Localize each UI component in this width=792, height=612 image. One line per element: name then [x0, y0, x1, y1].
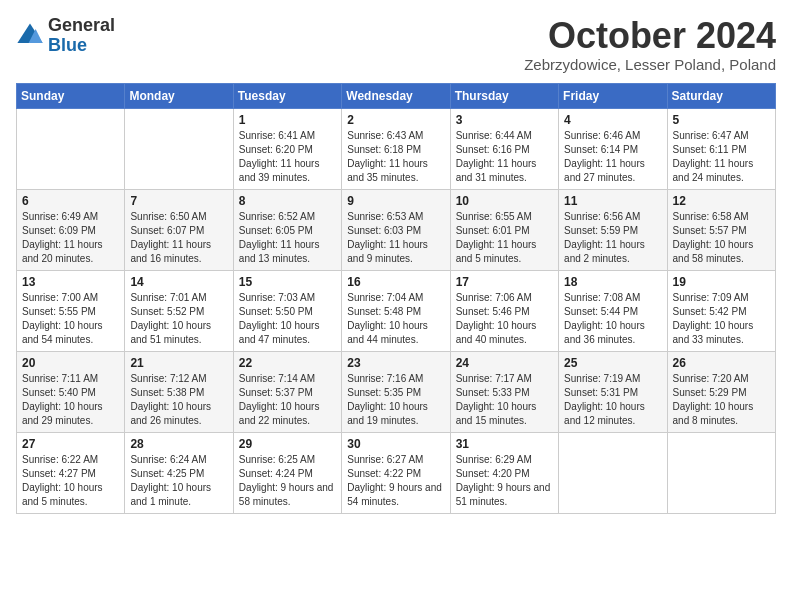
day-number: 7 [130, 194, 227, 208]
day-content: Sunrise: 6:22 AM Sunset: 4:27 PM Dayligh… [22, 453, 119, 509]
location-text: Zebrzydowice, Lesser Poland, Poland [524, 56, 776, 73]
day-content: Sunrise: 6:46 AM Sunset: 6:14 PM Dayligh… [564, 129, 661, 185]
calendar-cell: 15Sunrise: 7:03 AM Sunset: 5:50 PM Dayli… [233, 270, 341, 351]
day-number: 21 [130, 356, 227, 370]
day-content: Sunrise: 6:52 AM Sunset: 6:05 PM Dayligh… [239, 210, 336, 266]
day-content: Sunrise: 7:01 AM Sunset: 5:52 PM Dayligh… [130, 291, 227, 347]
day-number: 12 [673, 194, 770, 208]
weekday-header: Tuesday [233, 83, 341, 108]
day-content: Sunrise: 7:16 AM Sunset: 5:35 PM Dayligh… [347, 372, 444, 428]
day-content: Sunrise: 6:49 AM Sunset: 6:09 PM Dayligh… [22, 210, 119, 266]
calendar-cell: 6Sunrise: 6:49 AM Sunset: 6:09 PM Daylig… [17, 189, 125, 270]
calendar-cell: 1Sunrise: 6:41 AM Sunset: 6:20 PM Daylig… [233, 108, 341, 189]
calendar-cell: 31Sunrise: 6:29 AM Sunset: 4:20 PM Dayli… [450, 432, 558, 513]
calendar-cell: 25Sunrise: 7:19 AM Sunset: 5:31 PM Dayli… [559, 351, 667, 432]
day-content: Sunrise: 6:29 AM Sunset: 4:20 PM Dayligh… [456, 453, 553, 509]
day-content: Sunrise: 7:08 AM Sunset: 5:44 PM Dayligh… [564, 291, 661, 347]
day-number: 31 [456, 437, 553, 451]
calendar-cell: 19Sunrise: 7:09 AM Sunset: 5:42 PM Dayli… [667, 270, 775, 351]
day-content: Sunrise: 6:58 AM Sunset: 5:57 PM Dayligh… [673, 210, 770, 266]
day-content: Sunrise: 7:19 AM Sunset: 5:31 PM Dayligh… [564, 372, 661, 428]
calendar-cell: 20Sunrise: 7:11 AM Sunset: 5:40 PM Dayli… [17, 351, 125, 432]
calendar-cell: 12Sunrise: 6:58 AM Sunset: 5:57 PM Dayli… [667, 189, 775, 270]
day-content: Sunrise: 6:25 AM Sunset: 4:24 PM Dayligh… [239, 453, 336, 509]
day-content: Sunrise: 7:06 AM Sunset: 5:46 PM Dayligh… [456, 291, 553, 347]
logo-icon [16, 22, 44, 50]
weekday-header-row: SundayMondayTuesdayWednesdayThursdayFrid… [17, 83, 776, 108]
calendar-cell: 10Sunrise: 6:55 AM Sunset: 6:01 PM Dayli… [450, 189, 558, 270]
day-content: Sunrise: 6:55 AM Sunset: 6:01 PM Dayligh… [456, 210, 553, 266]
day-number: 3 [456, 113, 553, 127]
calendar-cell [125, 108, 233, 189]
day-number: 22 [239, 356, 336, 370]
day-content: Sunrise: 7:12 AM Sunset: 5:38 PM Dayligh… [130, 372, 227, 428]
title-area: October 2024 Zebrzydowice, Lesser Poland… [524, 16, 776, 73]
day-content: Sunrise: 6:50 AM Sunset: 6:07 PM Dayligh… [130, 210, 227, 266]
calendar-cell: 26Sunrise: 7:20 AM Sunset: 5:29 PM Dayli… [667, 351, 775, 432]
day-number: 28 [130, 437, 227, 451]
day-number: 17 [456, 275, 553, 289]
day-content: Sunrise: 6:53 AM Sunset: 6:03 PM Dayligh… [347, 210, 444, 266]
day-content: Sunrise: 7:00 AM Sunset: 5:55 PM Dayligh… [22, 291, 119, 347]
day-number: 4 [564, 113, 661, 127]
day-number: 26 [673, 356, 770, 370]
day-content: Sunrise: 7:17 AM Sunset: 5:33 PM Dayligh… [456, 372, 553, 428]
day-number: 18 [564, 275, 661, 289]
calendar-week-row: 6Sunrise: 6:49 AM Sunset: 6:09 PM Daylig… [17, 189, 776, 270]
calendar-cell: 18Sunrise: 7:08 AM Sunset: 5:44 PM Dayli… [559, 270, 667, 351]
calendar-cell [559, 432, 667, 513]
page-header: General Blue October 2024 Zebrzydowice, … [16, 16, 776, 73]
calendar-cell: 9Sunrise: 6:53 AM Sunset: 6:03 PM Daylig… [342, 189, 450, 270]
weekday-header: Thursday [450, 83, 558, 108]
calendar-cell: 21Sunrise: 7:12 AM Sunset: 5:38 PM Dayli… [125, 351, 233, 432]
weekday-header: Wednesday [342, 83, 450, 108]
calendar-cell: 24Sunrise: 7:17 AM Sunset: 5:33 PM Dayli… [450, 351, 558, 432]
day-number: 16 [347, 275, 444, 289]
day-content: Sunrise: 6:27 AM Sunset: 4:22 PM Dayligh… [347, 453, 444, 509]
day-number: 24 [456, 356, 553, 370]
calendar-cell: 16Sunrise: 7:04 AM Sunset: 5:48 PM Dayli… [342, 270, 450, 351]
day-content: Sunrise: 6:44 AM Sunset: 6:16 PM Dayligh… [456, 129, 553, 185]
day-number: 29 [239, 437, 336, 451]
calendar-week-row: 20Sunrise: 7:11 AM Sunset: 5:40 PM Dayli… [17, 351, 776, 432]
logo: General Blue [16, 16, 115, 56]
calendar-cell [17, 108, 125, 189]
calendar-cell: 23Sunrise: 7:16 AM Sunset: 5:35 PM Dayli… [342, 351, 450, 432]
day-content: Sunrise: 7:11 AM Sunset: 5:40 PM Dayligh… [22, 372, 119, 428]
day-content: Sunrise: 6:43 AM Sunset: 6:18 PM Dayligh… [347, 129, 444, 185]
calendar-cell: 13Sunrise: 7:00 AM Sunset: 5:55 PM Dayli… [17, 270, 125, 351]
day-content: Sunrise: 6:24 AM Sunset: 4:25 PM Dayligh… [130, 453, 227, 509]
weekday-header: Monday [125, 83, 233, 108]
day-content: Sunrise: 6:56 AM Sunset: 5:59 PM Dayligh… [564, 210, 661, 266]
day-number: 15 [239, 275, 336, 289]
day-number: 5 [673, 113, 770, 127]
logo-general-text: General [48, 16, 115, 36]
calendar-week-row: 27Sunrise: 6:22 AM Sunset: 4:27 PM Dayli… [17, 432, 776, 513]
day-number: 8 [239, 194, 336, 208]
calendar-cell: 27Sunrise: 6:22 AM Sunset: 4:27 PM Dayli… [17, 432, 125, 513]
month-title: October 2024 [524, 16, 776, 56]
calendar-cell: 5Sunrise: 6:47 AM Sunset: 6:11 PM Daylig… [667, 108, 775, 189]
calendar-cell: 2Sunrise: 6:43 AM Sunset: 6:18 PM Daylig… [342, 108, 450, 189]
calendar-table: SundayMondayTuesdayWednesdayThursdayFrid… [16, 83, 776, 514]
calendar-week-row: 1Sunrise: 6:41 AM Sunset: 6:20 PM Daylig… [17, 108, 776, 189]
day-content: Sunrise: 7:04 AM Sunset: 5:48 PM Dayligh… [347, 291, 444, 347]
calendar-cell: 8Sunrise: 6:52 AM Sunset: 6:05 PM Daylig… [233, 189, 341, 270]
day-number: 14 [130, 275, 227, 289]
day-content: Sunrise: 7:09 AM Sunset: 5:42 PM Dayligh… [673, 291, 770, 347]
calendar-cell: 7Sunrise: 6:50 AM Sunset: 6:07 PM Daylig… [125, 189, 233, 270]
day-content: Sunrise: 7:20 AM Sunset: 5:29 PM Dayligh… [673, 372, 770, 428]
day-number: 10 [456, 194, 553, 208]
calendar-cell: 4Sunrise: 6:46 AM Sunset: 6:14 PM Daylig… [559, 108, 667, 189]
day-content: Sunrise: 7:14 AM Sunset: 5:37 PM Dayligh… [239, 372, 336, 428]
logo-blue-text: Blue [48, 36, 115, 56]
day-number: 9 [347, 194, 444, 208]
calendar-cell [667, 432, 775, 513]
calendar-cell: 28Sunrise: 6:24 AM Sunset: 4:25 PM Dayli… [125, 432, 233, 513]
day-content: Sunrise: 7:03 AM Sunset: 5:50 PM Dayligh… [239, 291, 336, 347]
day-number: 27 [22, 437, 119, 451]
day-number: 20 [22, 356, 119, 370]
calendar-cell: 29Sunrise: 6:25 AM Sunset: 4:24 PM Dayli… [233, 432, 341, 513]
day-number: 13 [22, 275, 119, 289]
weekday-header: Saturday [667, 83, 775, 108]
